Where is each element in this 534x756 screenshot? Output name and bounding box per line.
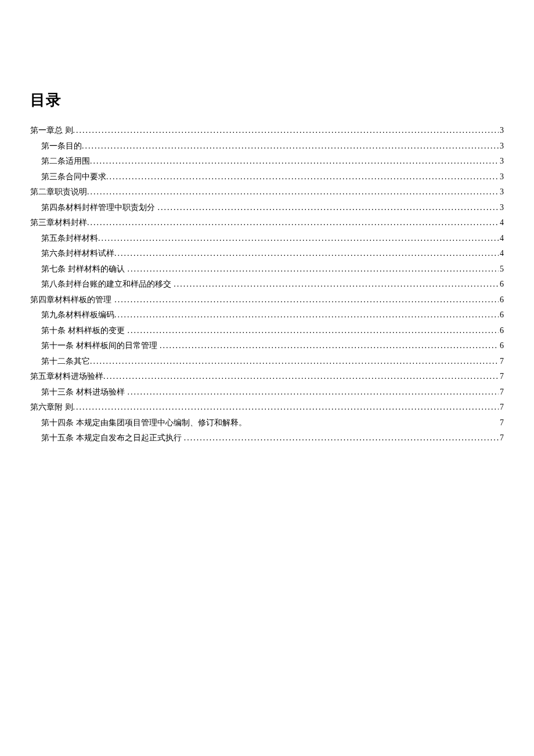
toc-entry-label: 第一条目的 <box>41 142 82 150</box>
toc-entry: 第十一条 材料样板间的日常管理 6 <box>30 342 504 350</box>
toc-entry: 第九条材料样板编码6 <box>30 311 504 319</box>
toc-entry-page: 6 <box>499 280 504 288</box>
toc-entry: 第八条封样台账的建立和样品的移交6 <box>30 280 504 288</box>
toc-entry-page: 7 <box>499 403 504 411</box>
toc-entry-leader <box>106 173 499 181</box>
toc-entry-label: 第五条封样材料 <box>41 234 98 243</box>
toc-entry-label: 第八条封样台账的建立和样品的移交 <box>41 280 171 288</box>
toc-entry-page: 3 <box>499 157 504 165</box>
toc-entry-label: 第十三条 材料进场验样 <box>41 388 125 396</box>
toc-entry: 第二条适用围3 <box>30 157 504 165</box>
toc-entry: 第十条 材料样板的变更 6 <box>30 327 504 335</box>
toc-entry-page: 6 <box>499 342 504 350</box>
toc-entry: 第四条材料封样管理中职责划分3 <box>30 204 504 212</box>
toc-entry-leader <box>82 142 499 150</box>
toc-entry-leader <box>184 434 499 442</box>
toc-entry-leader <box>90 357 499 366</box>
toc-entry-page: 6 <box>499 296 504 304</box>
toc-entry: 第一条目的3 <box>30 142 504 150</box>
toc-entry-leader <box>87 219 499 227</box>
toc-container: 第一章总 则3第一条目的3第二条适用围3第三条合同中要求3第二章职责说明3第四条… <box>30 126 504 442</box>
toc-entry-page: 6 <box>499 327 504 335</box>
toc-entry-label: 第六条封样材料试样 <box>41 249 114 258</box>
toc-entry-label: 第四条材料封样管理中职责划分 <box>41 204 155 212</box>
toc-entry: 第六条封样材料试样4 <box>30 249 504 258</box>
toc-entry-leader <box>127 265 499 273</box>
toc-entry-label: 第六章附 则 <box>30 403 73 411</box>
toc-entry-leader <box>73 126 499 135</box>
toc-entry-page: 7 <box>499 419 504 427</box>
toc-entry-label: 第十二条其它 <box>41 357 90 366</box>
toc-entry-leader <box>160 342 499 350</box>
toc-entry-label: 第十条 材料样板的变更 <box>41 327 125 335</box>
toc-entry-label: 第二章职责说明 <box>30 188 87 196</box>
toc-entry-page: 3 <box>499 188 504 196</box>
toc-entry-page: 6 <box>499 311 504 319</box>
toc-entry-label: 第十四条 本规定由集团项目管理中心编制、修订和解释。 <box>41 419 247 427</box>
toc-entry-label: 第一章总 则 <box>30 126 73 135</box>
toc-entry-leader <box>98 234 499 243</box>
toc-entry-label: 第二条适用围 <box>41 157 90 165</box>
toc-entry: 第五章材料进场验样7 <box>30 372 504 381</box>
toc-entry-leader <box>114 249 499 258</box>
toc-entry-leader <box>158 204 499 212</box>
toc-entry: 第十二条其它7 <box>30 357 504 366</box>
toc-entry-page: 3 <box>499 204 504 212</box>
toc-entry-label: 第七条 封样材料的确认 <box>41 265 125 273</box>
toc-entry-leader <box>174 280 499 288</box>
toc-entry-leader <box>73 403 499 411</box>
toc-entry-leader <box>114 296 499 304</box>
toc-entry: 第五条封样材料4 <box>30 234 504 243</box>
toc-entry: 第七条 封样材料的确认 5 <box>30 265 504 273</box>
toc-entry-page: 7 <box>499 357 504 366</box>
toc-entry-page: 7 <box>499 434 504 442</box>
toc-entry: 第二章职责说明3 <box>30 188 504 196</box>
toc-entry-page: 4 <box>499 234 504 243</box>
toc-entry-page: 5 <box>499 265 504 273</box>
toc-entry-page: 7 <box>499 388 504 396</box>
toc-entry-page: 4 <box>499 219 504 227</box>
toc-title: 目录 <box>30 90 504 110</box>
toc-entry-label: 第十一条 材料样板间的日常管理 <box>41 342 157 350</box>
toc-entry-page: 3 <box>499 126 504 135</box>
toc-entry: 第三章材料封样4 <box>30 219 504 227</box>
toc-entry-leader <box>103 372 499 381</box>
toc-entry: 第一章总 则3 <box>30 126 504 135</box>
toc-entry: 第十四条 本规定由集团项目管理中心编制、修订和解释。7 <box>30 419 504 427</box>
toc-entry-label: 第三章材料封样 <box>30 219 87 227</box>
toc-entry-label: 第三条合同中要求 <box>41 173 106 181</box>
toc-entry: 第十三条 材料进场验样7 <box>30 388 504 396</box>
toc-entry-leader <box>114 311 499 319</box>
toc-entry-page: 7 <box>499 372 504 381</box>
toc-entry-page: 4 <box>499 249 504 258</box>
toc-entry: 第四章材料样板的管理6 <box>30 296 504 304</box>
toc-entry-label: 第十五条 本规定自发布之日起正式执行 <box>41 434 182 442</box>
toc-entry-label: 第九条材料样板编码 <box>41 311 114 319</box>
toc-entry-leader <box>87 188 499 196</box>
toc-entry: 第三条合同中要求3 <box>30 173 504 181</box>
toc-entry-leader <box>127 388 499 396</box>
toc-entry-label: 第四章材料样板的管理 <box>30 296 111 304</box>
toc-entry-leader <box>90 157 499 165</box>
toc-entry-leader <box>127 327 499 335</box>
toc-entry-page: 3 <box>499 173 504 181</box>
toc-entry: 第十五条 本规定自发布之日起正式执行 7 <box>30 434 504 442</box>
toc-entry-page: 3 <box>499 142 504 150</box>
toc-entry: 第六章附 则7 <box>30 403 504 411</box>
toc-entry-label: 第五章材料进场验样 <box>30 372 103 381</box>
